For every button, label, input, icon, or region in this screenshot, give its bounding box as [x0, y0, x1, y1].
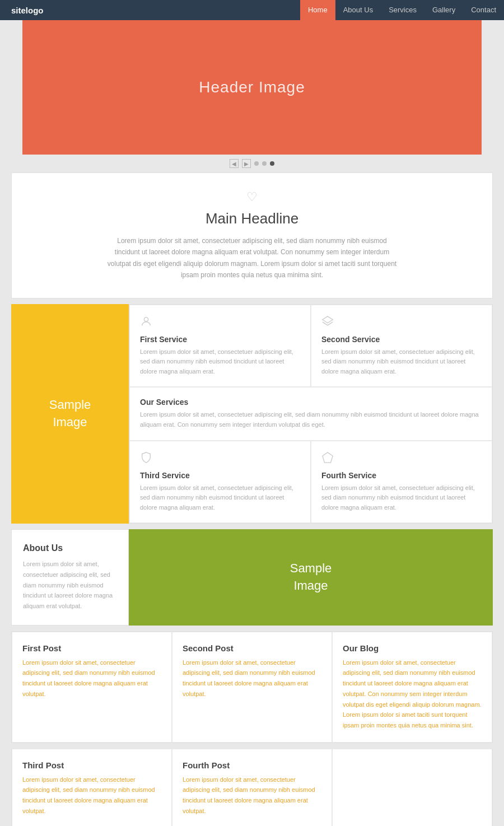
main-headline: Main Headline: [34, 210, 470, 227]
about-text: Lorem ipsum dolor sit amet, consectetuer…: [23, 559, 117, 611]
blog-third-post: Third Post Lorem ipsum dolor sit amet, c…: [12, 749, 172, 826]
third-post-title: Third Post: [22, 760, 161, 770]
blog-second-post: Second Post Lorem ipsum dolor sit amet, …: [172, 632, 332, 743]
user-icon: [140, 315, 300, 330]
sample-image-2: SampleImage: [129, 529, 493, 625]
nav-about[interactable]: About Us: [335, 0, 381, 20]
nav-services[interactable]: Services: [381, 0, 424, 20]
svg-marker-2: [323, 452, 333, 462]
about-title: About Us: [23, 543, 117, 553]
blog-section-row1: First Post Lorem ipsum dolor sit amet, c…: [11, 631, 493, 743]
headline-section: ♡ Main Headline Lorem ipsum dolor sit am…: [11, 172, 493, 298]
about-box: About Us Lorem ipsum dolor sit amet, con…: [11, 529, 129, 625]
blog-fourth-post: Fourth Post Lorem ipsum dolor sit amet, …: [172, 749, 332, 826]
service-fourth: Fourth Service Lorem ipsum dolor sit ame…: [311, 441, 492, 524]
headline-body: Lorem ipsum dolor sit amet, consectetuer…: [106, 235, 398, 281]
carousel-controls: ◀ ▶: [0, 155, 504, 172]
first-service-text: Lorem ipsum dolor sit amet, consectetuer…: [140, 347, 300, 377]
svg-marker-1: [323, 316, 333, 323]
carousel-dot-3[interactable]: [270, 161, 274, 166]
our-services-title: Our Services: [140, 398, 482, 407]
navigation: sitelogo Home About Us Services Gallery …: [0, 0, 504, 20]
first-service-title: First Service: [140, 335, 300, 344]
nav-contact[interactable]: Contact: [463, 0, 504, 20]
second-post-title: Second Post: [183, 643, 321, 653]
blog-section-row2: Third Post Lorem ipsum dolor sit amet, c…: [11, 749, 493, 826]
first-post-text: Lorem ipsum dolor sit amet, consectetuer…: [22, 657, 161, 699]
carousel-dot-2[interactable]: [262, 161, 267, 166]
svg-point-0: [144, 317, 148, 321]
fourth-post-title: Fourth Post: [183, 760, 321, 770]
blog-first-post: First Post Lorem ipsum dolor sit amet, c…: [12, 632, 172, 743]
fourth-post-text: Lorem ipsum dolor sit amet, consectetuer…: [183, 774, 321, 816]
hero-text: Header Image: [199, 78, 305, 96]
diamond-icon: [321, 451, 482, 466]
nav-links: Home About Us Services Gallery Contact: [300, 0, 504, 20]
carousel-dot-1[interactable]: [254, 161, 259, 166]
first-post-title: First Post: [22, 643, 161, 653]
third-post-text: Lorem ipsum dolor sit amet, consectetuer…: [22, 774, 161, 816]
sample-image-1: SampleImage: [11, 304, 129, 524]
shield-icon: [140, 451, 300, 466]
third-service-text: Lorem ipsum dolor sit amet, consectetuer…: [140, 483, 300, 513]
carousel-next[interactable]: ▶: [242, 159, 251, 168]
nav-home[interactable]: Home: [300, 0, 335, 20]
our-blog-title: Our Blog: [343, 643, 482, 653]
second-service-text: Lorem ipsum dolor sit amet, consectetuer…: [321, 347, 482, 377]
our-services: Our Services Lorem ipsum dolor sit amet,…: [129, 387, 492, 440]
nav-gallery[interactable]: Gallery: [424, 0, 463, 20]
fourth-service-title: Fourth Service: [321, 471, 482, 480]
heart-icon: ♡: [34, 190, 470, 204]
services-grid: First Service Lorem ipsum dolor sit amet…: [129, 304, 493, 524]
service-third: Third Service Lorem ipsum dolor sit amet…: [129, 441, 311, 524]
fourth-service-text: Lorem ipsum dolor sit amet, consectetuer…: [321, 483, 482, 513]
layers-icon: [321, 315, 482, 330]
about-section: About Us Lorem ipsum dolor sit amet, con…: [11, 529, 493, 625]
second-service-title: Second Service: [321, 335, 482, 344]
blog-empty: [332, 749, 492, 826]
hero-image: Header Image: [22, 20, 482, 155]
blog-our-blog: Our Blog Lorem ipsum dolor sit amet, con…: [332, 632, 492, 743]
services-section: SampleImage First Service Lorem ipsum do…: [11, 304, 493, 524]
second-post-text: Lorem ipsum dolor sit amet, consectetuer…: [183, 657, 321, 699]
site-logo: sitelogo: [0, 6, 55, 15]
third-service-title: Third Service: [140, 471, 300, 480]
our-services-text: Lorem ipsum dolor sit amet, consectetuer…: [140, 410, 482, 430]
carousel-prev[interactable]: ◀: [230, 159, 239, 168]
service-second: Second Service Lorem ipsum dolor sit ame…: [311, 305, 492, 388]
service-first: First Service Lorem ipsum dolor sit amet…: [129, 305, 311, 388]
our-blog-text: Lorem ipsum dolor sit amet, consectetuer…: [343, 657, 482, 731]
